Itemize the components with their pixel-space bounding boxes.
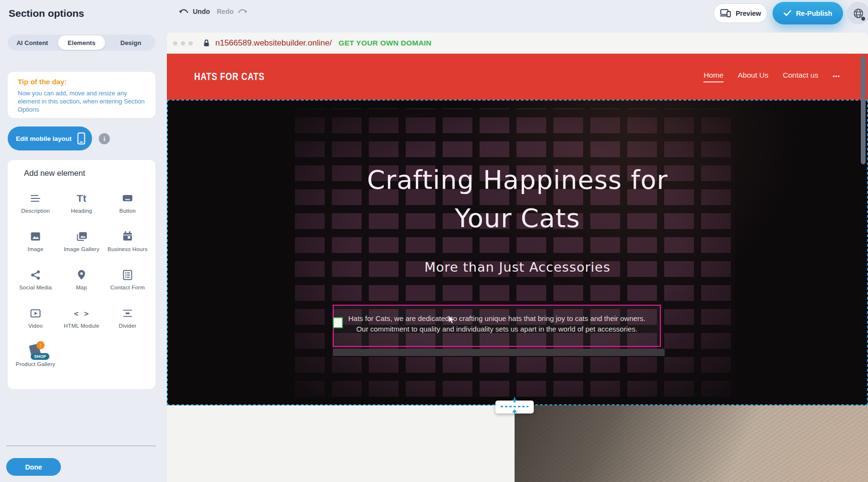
- add-element-title: Add new element: [24, 169, 85, 178]
- form-icon: [121, 267, 134, 283]
- element-shadow: [333, 349, 665, 356]
- arrow-down-icon: [511, 397, 518, 406]
- preview-button[interactable]: Preview: [714, 3, 767, 23]
- devices-icon: [720, 9, 731, 17]
- nav-more-icon[interactable]: •••: [833, 73, 840, 80]
- divider-icon: [121, 306, 134, 321]
- site-logo[interactable]: HATS FOR CATS: [194, 70, 265, 83]
- tip-body: Now you can add, move and resize any ele…: [18, 89, 145, 114]
- element-grid: Description Tt Heading Button Image Imag: [12, 187, 151, 379]
- share-icon: [29, 267, 42, 283]
- add-element-card: Add new element Description Tt Heading B…: [8, 160, 155, 389]
- tab-elements[interactable]: Elements: [58, 35, 106, 50]
- tip-heading: Tip of the day:: [18, 78, 67, 86]
- page-title: Section options: [9, 8, 84, 19]
- tab-design[interactable]: Design: [107, 35, 154, 50]
- phone-icon: [77, 132, 85, 145]
- panel-divider: [6, 446, 156, 446]
- lock-icon: [203, 39, 210, 47]
- nav-home[interactable]: Home: [704, 71, 723, 82]
- element-divider[interactable]: Divider: [105, 302, 151, 340]
- product-gallery-icon: SHOP ↑: [26, 344, 45, 359]
- hero-glow-overlay: [168, 101, 867, 404]
- redo-icon: [237, 8, 248, 15]
- element-button[interactable]: Button: [105, 187, 151, 225]
- element-business-hours[interactable]: Business Hours: [105, 225, 151, 264]
- dashed-boundary-line: [501, 406, 528, 407]
- nav-contact-us[interactable]: Contact us: [783, 71, 818, 82]
- element-drag-handle[interactable]: [333, 317, 343, 328]
- site-preview-window: n1566589.websitebuilder.online/ GET YOUR…: [167, 33, 868, 482]
- hero-subheading[interactable]: More than Just Accessories: [168, 259, 867, 276]
- next-section-ground-photo: [515, 405, 868, 482]
- hero-section-selected[interactable]: Crafting Happiness forYour Cats More tha…: [167, 100, 868, 405]
- upgrade-arrow-icon: ↑: [36, 341, 45, 349]
- tip-of-the-day-card: Tip of the day: Now you can add, move an…: [8, 72, 155, 118]
- element-image-gallery[interactable]: Image Gallery: [59, 225, 105, 264]
- nav-about-us[interactable]: About Us: [738, 71, 769, 82]
- image-icon: [29, 229, 42, 244]
- code-icon: < >: [74, 306, 89, 321]
- map-pin-icon: [75, 267, 88, 283]
- hero-paragraph: Hats for Cats, we are dedicated to craft…: [334, 306, 660, 334]
- next-section-blank: [167, 405, 515, 482]
- element-map[interactable]: Map: [59, 264, 105, 302]
- element-image[interactable]: Image: [12, 225, 59, 264]
- republish-button[interactable]: Re-Publish: [773, 2, 843, 24]
- site-header: HATS FOR CATS Home About Us Contact us •…: [167, 54, 868, 100]
- element-description[interactable]: Description: [12, 187, 59, 225]
- element-heading[interactable]: Tt Heading: [59, 187, 105, 225]
- info-icon[interactable]: i: [99, 133, 110, 144]
- element-product-gallery[interactable]: SHOP ↑ Product Gallery: [12, 340, 59, 379]
- site-canvas: HATS FOR CATS Home About Us Contact us •…: [167, 54, 868, 482]
- hero-heading[interactable]: Crafting Happiness forYour Cats: [168, 161, 867, 238]
- edit-mobile-layout-button[interactable]: Edit mobile layout: [8, 126, 92, 150]
- element-social-media[interactable]: Social Media: [12, 264, 59, 302]
- button-icon: [121, 191, 134, 206]
- undo-button[interactable]: Undo: [178, 8, 210, 15]
- element-video[interactable]: Video: [12, 302, 59, 340]
- scrollbar[interactable]: [861, 56, 866, 164]
- tab-ai-content[interactable]: AI Content: [9, 35, 56, 50]
- text-lines-icon: [29, 191, 42, 206]
- undo-icon: [178, 8, 189, 15]
- get-domain-link[interactable]: GET YOUR OWN DOMAIN: [339, 39, 432, 47]
- edit-mobile-layout-label: Edit mobile layout: [16, 135, 71, 142]
- element-html-module[interactable]: < > HTML Module: [59, 302, 105, 340]
- url-text: n1566589.websitebuilder.online/: [215, 38, 332, 48]
- section-resize-handle[interactable]: [495, 401, 534, 413]
- browser-chrome: n1566589.websitebuilder.online/ GET YOUR…: [167, 33, 868, 54]
- shop-badge: SHOP: [31, 353, 49, 360]
- site-nav: Home About Us Contact us •••: [704, 71, 840, 82]
- window-dots-icon: [173, 41, 193, 46]
- redo-button[interactable]: Redo: [217, 8, 248, 15]
- arrow-up-icon: [511, 408, 518, 417]
- check-icon: [784, 10, 791, 16]
- selected-paragraph-element[interactable]: Hats for Cats, we are dedicated to craft…: [333, 305, 661, 347]
- video-play-icon: [29, 306, 42, 321]
- calendar-icon: [121, 229, 134, 244]
- next-section[interactable]: [167, 405, 868, 482]
- image-gallery-icon: [75, 229, 88, 244]
- done-button[interactable]: Done: [6, 458, 61, 476]
- mouse-cursor-icon: [448, 315, 455, 326]
- website-builder-app: Section options AI Content Elements Desi…: [0, 0, 868, 482]
- panel-tabs: AI Content Elements Design: [8, 34, 155, 51]
- heading-icon: Tt: [77, 191, 86, 206]
- element-contact-form[interactable]: Contact Form: [105, 264, 151, 302]
- globe-icon[interactable]: [847, 2, 868, 24]
